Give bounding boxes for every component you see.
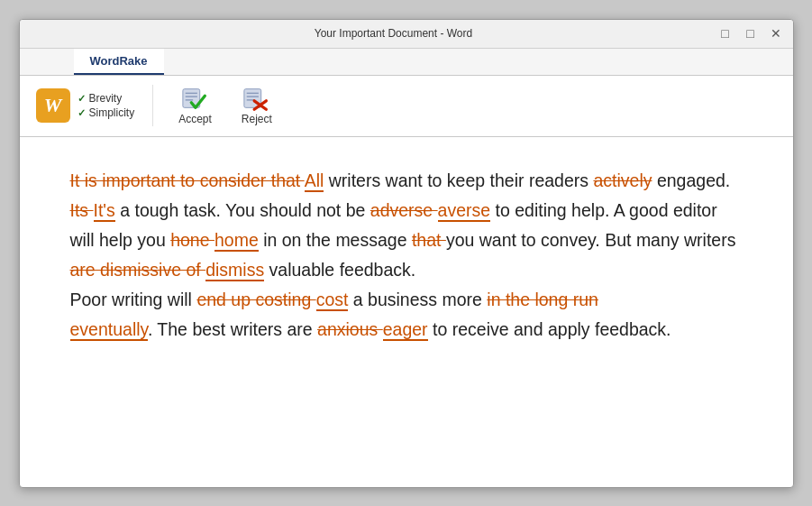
document-paragraph: It is important to consider that All wri… <box>70 166 743 345</box>
ribbon-content: W ✓ Brevity ✓ Simplicity <box>20 76 793 137</box>
ribbon-tabs: WordRake <box>20 49 793 75</box>
brevity-check-icon: ✓ <box>78 93 86 105</box>
wordrake-tab[interactable]: WordRake <box>74 49 164 75</box>
deleted-its: Its <box>70 200 94 220</box>
maximize-button[interactable]: □ <box>741 23 761 43</box>
replacement-its: It's <box>94 200 115 222</box>
brevity-label: Brevity <box>89 92 123 105</box>
wordrake-logo: W <box>36 88 70 123</box>
deleted-in-the-long-run: in the long run <box>487 290 598 309</box>
accept-button[interactable]: Accept <box>168 82 223 129</box>
replacement-eager: eager <box>383 319 428 341</box>
deleted-end-up-costing: end up costing <box>196 290 315 309</box>
reject-icon <box>242 86 271 111</box>
deleted-it-is-important: It is important to consider that <box>70 170 305 190</box>
simplicity-checkbox[interactable]: ✓ Simplicity <box>78 106 135 119</box>
reject-svg-icon <box>242 85 271 112</box>
close-button[interactable]: ✕ <box>766 23 786 43</box>
word-window: Your Important Document - Word □ □ ✕ Wor… <box>19 19 794 488</box>
logo-area: W ✓ Brevity ✓ Simplicity <box>29 85 154 126</box>
document-content: It is important to consider that All wri… <box>20 137 793 487</box>
accept-svg-icon <box>181 85 210 112</box>
accept-label: Accept <box>178 113 212 125</box>
replacement-cost: cost <box>316 290 349 311</box>
deleted-actively: actively <box>593 170 652 190</box>
window-controls: □ □ ✕ <box>716 23 786 43</box>
deleted-that: that <box>412 230 446 250</box>
reject-label: Reject <box>242 113 272 125</box>
reject-button[interactable]: Reject <box>230 82 284 129</box>
accept-icon <box>181 86 210 111</box>
replacement-all: All <box>305 170 324 192</box>
replacement-eventually: eventually <box>70 319 148 341</box>
replacement-averse: averse <box>438 200 491 222</box>
simplicity-check-icon: ✓ <box>78 107 86 119</box>
replacement-home: home <box>214 230 259 252</box>
deleted-hone: hone <box>170 230 214 250</box>
deleted-adverse: adverse <box>370 200 438 220</box>
simplicity-label: Simplicity <box>89 106 135 119</box>
deleted-anxious: anxious <box>317 319 383 339</box>
checkboxes: ✓ Brevity ✓ Simplicity <box>78 92 135 119</box>
title-bar: Your Important Document - Word □ □ ✕ <box>20 20 793 49</box>
ribbon: WordRake <box>20 49 793 76</box>
replacement-dismiss: dismiss <box>205 260 264 281</box>
window-title: Your Important Document - Word <box>72 27 716 40</box>
minimize-button[interactable]: □ <box>716 23 735 43</box>
deleted-are-dismissive-of: are dismissive of <box>70 260 206 280</box>
brevity-checkbox[interactable]: ✓ Brevity <box>78 92 135 105</box>
